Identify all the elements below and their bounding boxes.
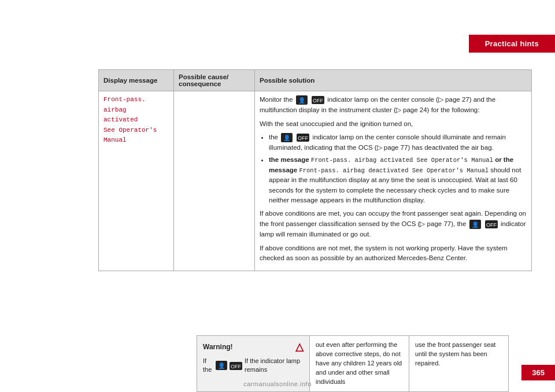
solution-para-4: If above conditions are not met, the sys… (260, 243, 527, 264)
warning-icon-person: 👤 (216, 361, 227, 370)
lamp-icon: OFF (312, 96, 324, 104)
cause-cell (174, 91, 255, 271)
main-content-area: Display message Possible cause/consequen… (98, 69, 532, 357)
warning-body-text-prefix: If the (203, 357, 213, 375)
svg-text:👤: 👤 (298, 97, 306, 104)
code-2: Front-pass. airbag deactivated See Opera… (299, 167, 489, 174)
bullet-icon-1: 👤 (281, 133, 293, 142)
svg-text:OFF: OFF (298, 135, 308, 141)
watermark: carmanualsonline.info (243, 380, 312, 387)
warning-col-1: out even after performing the above corr… (310, 336, 409, 391)
solution-bullet-2: the message Front-pass. airbag activated… (269, 155, 527, 205)
solution-cell: Monitor the 👤 OFF indicator lamp on the … (255, 91, 532, 271)
bullet-icon-1b: OFF (297, 134, 309, 142)
svg-text:OFF: OFF (231, 364, 241, 369)
svg-text:OFF: OFF (313, 98, 323, 103)
solution-list: the 👤 OFF indicator lamp on the center c… (269, 132, 527, 205)
warning-icon-lamp: OFF (230, 361, 242, 370)
warning-label: Warning! (203, 343, 233, 351)
col-header-cause: Possible cause/consequence (174, 70, 255, 91)
info-table: Display message Possible cause/consequen… (98, 69, 532, 271)
solution-bullet-1: the 👤 OFF indicator lamp on the center c… (269, 132, 527, 153)
display-message-cell: Front-pass.airbagactivatedSee Operator's… (99, 91, 174, 271)
warning-body-text-suffix: If the indicator lamp remains (245, 357, 304, 375)
solution-para-1: Monitor the 👤 OFF indicator lamp on the … (260, 95, 527, 116)
svg-text:OFF: OFF (486, 222, 497, 228)
bullet-2-bold: the message (269, 156, 309, 163)
page-number: 365 (521, 365, 555, 380)
svg-text:👤: 👤 (283, 134, 291, 142)
svg-text:👤: 👤 (218, 362, 225, 369)
ocs-icon-2: 👤 (469, 220, 481, 229)
solution-text: Monitor the 👤 OFF indicator lamp on the … (260, 95, 527, 264)
col-header-display: Display message (99, 70, 174, 91)
svg-text:👤: 👤 (472, 221, 479, 228)
section-header: Practical hints (469, 35, 555, 53)
warning-col-2: use the front passenger seat until the s… (409, 336, 508, 391)
solution-para-3: If above conditions are met, you can occ… (260, 209, 527, 239)
lamp-icon-2: OFF (485, 220, 498, 228)
col-header-solution: Possible solution (255, 70, 532, 91)
warning-body: If the 👤 OFF If the indicator lamp remai… (203, 357, 304, 375)
solution-para-2: With the seat unoccupied and the ignitio… (260, 119, 527, 130)
warning-title: Warning! △ (203, 341, 304, 353)
ocs-icon: 👤 (296, 95, 308, 105)
warning-triangle-icon: △ (295, 341, 304, 353)
code-1: Front-pass. airbag activated See Operato… (311, 157, 493, 164)
display-message-text: Front-pass.airbagactivatedSee Operator's… (103, 96, 157, 143)
table-row: Front-pass.airbagactivatedSee Operator's… (99, 91, 532, 271)
